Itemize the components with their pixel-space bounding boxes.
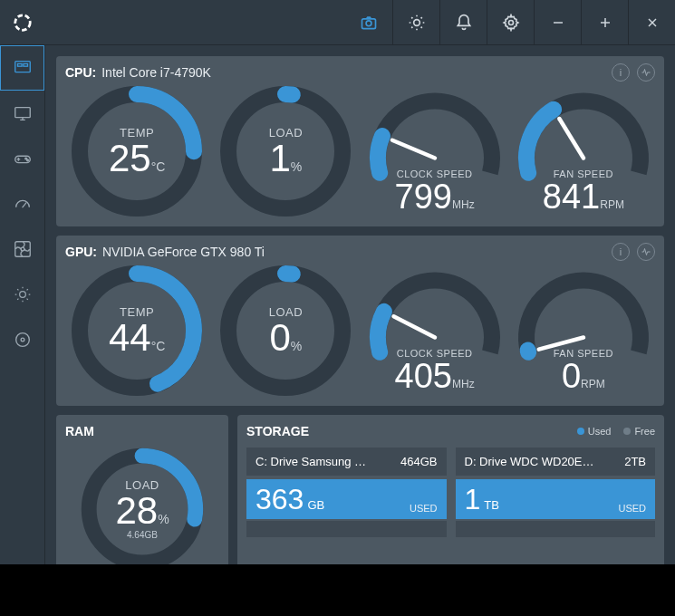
drive-d: D: Drive WDC WD20E…2TB 1TBUSED [456, 448, 656, 537]
svg-point-16 [26, 159, 28, 161]
cpu-temp-gauge: TEMP 25°C [65, 83, 208, 219]
gpu-label: GPU: [65, 245, 97, 259]
svg-point-19 [19, 292, 25, 298]
sidebar-item-display[interactable] [0, 272, 44, 317]
gpu-fan-gauge: FAN SPEED 0RPM [512, 263, 655, 399]
gpu-name: NVIDIA GeForce GTX 980 Ti [102, 245, 265, 259]
info-icon[interactable]: i [612, 63, 630, 82]
svg-point-2 [366, 20, 371, 25]
brightness-icon[interactable] [392, 0, 439, 45]
svg-point-21 [21, 338, 24, 342]
svg-point-20 [15, 333, 29, 347]
info-icon[interactable]: i [612, 243, 630, 261]
cpu-fan-gauge: FAN SPEED 841RPM [512, 83, 655, 219]
sidebar [0, 45, 45, 564]
svg-point-18 [21, 247, 24, 251]
activity-icon[interactable] [637, 63, 655, 82]
sidebar-item-speed[interactable] [0, 181, 44, 226]
content: CPU: Intel Core i7-4790K i [45, 45, 675, 564]
sidebar-item-overview[interactable] [0, 45, 44, 91]
svg-point-15 [24, 158, 26, 159]
svg-point-4 [508, 20, 513, 24]
sidebar-item-monitors[interactable] [0, 91, 44, 136]
app-logo [0, 13, 45, 33]
settings-icon[interactable] [487, 0, 534, 45]
sidebar-item-fan[interactable] [0, 226, 44, 272]
svg-line-27 [559, 119, 583, 158]
storage-legend: Used Free [577, 426, 655, 437]
gpu-clock-gauge: CLOCK SPEED 405MHz [363, 263, 506, 399]
storage-panel: STORAGE Used Free C: Drive Samsung …464G… [237, 415, 664, 564]
bell-icon[interactable] [439, 0, 487, 45]
svg-rect-13 [14, 108, 30, 118]
ram-panel: RAM LOAD 28% 4.64GB [56, 415, 228, 564]
cpu-name: Intel Core i7-4790K [101, 65, 211, 80]
ram-gauge: LOAD 28% 4.64GB [79, 446, 206, 564]
close-button[interactable] [628, 0, 675, 45]
gpu-load-gauge: LOAD 0% [214, 263, 357, 399]
titlebar [0, 0, 675, 45]
minimize-button[interactable] [534, 0, 581, 45]
cpu-load-gauge: LOAD 1% [214, 83, 357, 219]
svg-line-32 [393, 316, 434, 337]
svg-rect-12 [23, 63, 27, 66]
svg-point-3 [413, 19, 419, 25]
sidebar-item-disk[interactable] [0, 317, 44, 362]
svg-point-0 [15, 14, 31, 30]
svg-rect-17 [14, 242, 30, 257]
sidebar-item-gaming[interactable] [0, 136, 44, 181]
gpu-panel: GPU: NVIDIA GeForce GTX 980 Ti i [56, 236, 664, 406]
activity-icon[interactable] [637, 243, 655, 261]
drive-c: C: Drive Samsung …464GB 363GBUSED [246, 448, 447, 537]
cpu-panel: CPU: Intel Core i7-4790K i [56, 56, 664, 226]
camera-icon[interactable] [345, 0, 392, 45]
svg-line-26 [392, 140, 435, 159]
svg-rect-11 [17, 63, 22, 66]
gpu-temp-gauge: TEMP 44°C [65, 263, 208, 399]
maximize-button[interactable] [581, 0, 628, 45]
cpu-clock-gauge: CLOCK SPEED 799MHz [363, 83, 506, 219]
cpu-label: CPU: [65, 65, 96, 80]
